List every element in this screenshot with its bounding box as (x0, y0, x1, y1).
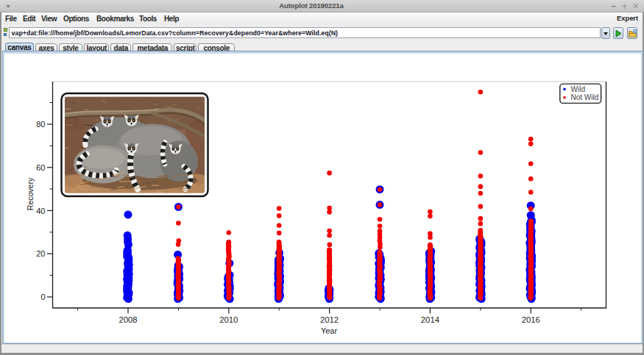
svg-text:80: 80 (36, 120, 45, 129)
svg-text:0: 0 (40, 293, 45, 301)
svg-text:60: 60 (36, 162, 45, 171)
svg-text:2016: 2016 (521, 315, 539, 323)
svg-text:2010: 2010 (219, 315, 238, 323)
svg-text:40: 40 (36, 206, 45, 215)
svg-text:Not Wild: Not Wild (570, 93, 598, 101)
svg-text:2014: 2014 (420, 315, 439, 323)
svg-text:2012: 2012 (320, 315, 339, 323)
svg-text:Recovery: Recovery (26, 177, 35, 210)
svg-text:Year: Year (320, 326, 337, 334)
svg-text:2008: 2008 (118, 315, 137, 323)
svg-text:Wild: Wild (570, 85, 584, 93)
svg-text:20: 20 (36, 249, 45, 258)
